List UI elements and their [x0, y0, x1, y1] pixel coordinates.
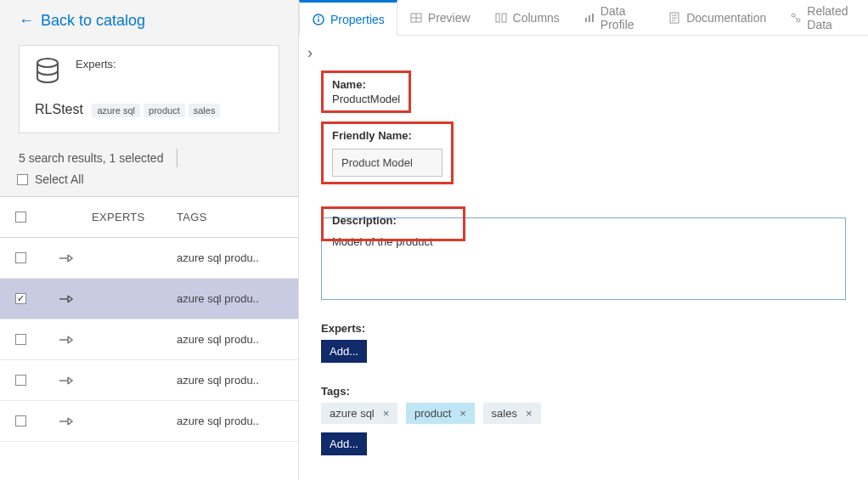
table-header: EXPERTS TAGS: [0, 197, 298, 238]
tag-chip-label: sales: [492, 407, 517, 420]
database-icon: [35, 58, 60, 87]
svg-rect-8: [502, 14, 506, 22]
asset-tag-row: azure sql product sales: [92, 104, 220, 117]
remove-tag-icon[interactable]: ×: [383, 407, 390, 420]
name-label: Name:: [332, 78, 400, 91]
asset-name: RLStest azure sql product sales: [35, 102, 263, 117]
add-experts-button[interactable]: Add...: [321, 340, 367, 363]
tab-label: Preview: [428, 11, 471, 25]
summary-text: 5 search results, 1 selected: [19, 151, 163, 165]
tab-columns[interactable]: Columns: [482, 0, 572, 35]
asset-card: Experts: RLStest azure sql product sales: [19, 45, 279, 133]
table-row[interactable]: azure sql produ..: [0, 360, 298, 401]
row-tags: azure sql produ..: [177, 374, 298, 387]
col-experts[interactable]: EXPERTS: [92, 211, 177, 223]
row-checkbox[interactable]: [15, 375, 26, 386]
tags-label: Tags:: [321, 385, 846, 398]
pin-icon[interactable]: [59, 293, 74, 305]
experts-label: Experts:: [76, 58, 116, 71]
col-tags[interactable]: TAGS: [177, 211, 298, 223]
svg-point-17: [797, 19, 800, 22]
right-panel: Properties Preview Columns Data Profile …: [299, 0, 868, 480]
pin-icon[interactable]: [59, 375, 74, 387]
tab-label: Columns: [513, 11, 560, 25]
description-highlight-box: Description:: [321, 206, 465, 241]
info-icon: [312, 13, 325, 26]
tab-properties[interactable]: Properties: [299, 0, 397, 36]
results-table: EXPERTS TAGS azure sql produ.. azure sql…: [0, 196, 298, 480]
asset-tag[interactable]: azure sql: [92, 104, 140, 117]
svg-line-18: [795, 16, 798, 19]
doc-icon: [668, 11, 681, 25]
svg-point-3: [318, 16, 319, 18]
tab-bar: Properties Preview Columns Data Profile …: [299, 0, 868, 36]
back-arrow-icon: ←: [19, 12, 34, 30]
tab-label: Related Data: [807, 4, 856, 31]
tag-chip[interactable]: product×: [406, 403, 475, 424]
svg-rect-9: [585, 18, 587, 22]
row-tags: azure sql produ..: [177, 292, 298, 305]
expand-chevron[interactable]: ›: [299, 42, 868, 67]
pin-icon[interactable]: [59, 334, 74, 346]
pin-icon[interactable]: [59, 252, 74, 264]
row-checkbox[interactable]: [15, 293, 26, 304]
tab-documentation[interactable]: Documentation: [656, 0, 778, 35]
row-checkbox[interactable]: [15, 334, 26, 345]
svg-rect-2: [318, 19, 318, 22]
svg-rect-10: [589, 15, 590, 22]
name-value: ProductModel: [332, 93, 400, 105]
description-label: Description:: [332, 214, 454, 227]
svg-point-0: [37, 59, 58, 67]
tab-related-data[interactable]: Related Data: [778, 0, 868, 35]
remove-tag-icon[interactable]: ×: [459, 407, 466, 420]
row-tags: azure sql produ..: [177, 333, 298, 346]
asset-name-text: RLStest: [35, 102, 83, 116]
tag-chip-label: product: [414, 407, 451, 420]
tab-label: Data Profile: [600, 4, 644, 31]
experts-label: Experts:: [321, 322, 846, 335]
search-summary: 5 search results, 1 selected: [0, 145, 298, 169]
friendly-name-highlight-box: Friendly Name:: [321, 121, 454, 184]
left-panel: ← Back to catalog Experts: RLStest azure…: [0, 0, 299, 480]
svg-rect-11: [592, 14, 594, 22]
tag-chip[interactable]: sales×: [483, 403, 541, 424]
tab-label: Documentation: [686, 11, 766, 25]
row-tags: azure sql produ..: [177, 415, 298, 427]
remove-tag-icon[interactable]: ×: [526, 407, 533, 420]
table-row[interactable]: azure sql produ..: [0, 401, 298, 442]
pin-icon[interactable]: [59, 415, 74, 427]
row-checkbox[interactable]: [15, 252, 26, 263]
properties-pane: › Name: ProductModel Friendly Name: Desc…: [299, 36, 868, 480]
tag-chip-label: azure sql: [330, 407, 375, 420]
name-highlight-box: Name: ProductModel: [321, 71, 411, 113]
back-to-catalog-link[interactable]: ← Back to catalog: [0, 0, 298, 38]
table-row[interactable]: azure sql produ..: [0, 238, 298, 279]
columns-icon: [494, 11, 508, 25]
divider: [177, 149, 178, 167]
back-label: Back to catalog: [41, 12, 145, 30]
header-checkbox[interactable]: [15, 212, 26, 223]
tab-label: Properties: [330, 13, 385, 26]
table-row[interactable]: azure sql produ..: [0, 279, 298, 319]
select-all-row[interactable]: Select All: [0, 169, 298, 196]
friendly-name-input[interactable]: [332, 149, 442, 177]
svg-rect-7: [496, 14, 499, 22]
related-icon: [790, 11, 802, 25]
tag-chip[interactable]: azure sql×: [321, 403, 397, 424]
row-checkbox[interactable]: [15, 415, 26, 426]
add-tags-button[interactable]: Add...: [321, 432, 367, 455]
bar-chart-icon: [583, 11, 595, 25]
svg-point-16: [792, 14, 795, 17]
tab-preview[interactable]: Preview: [397, 0, 482, 35]
table-row[interactable]: azure sql produ..: [0, 319, 298, 360]
select-all-label: Select All: [35, 172, 84, 186]
select-all-checkbox[interactable]: [17, 174, 28, 185]
preview-icon: [409, 11, 423, 25]
friendly-name-label: Friendly Name:: [332, 129, 442, 142]
row-tags: azure sql produ..: [177, 251, 298, 264]
asset-tag[interactable]: product: [144, 104, 185, 117]
tab-data-profile[interactable]: Data Profile: [572, 0, 656, 35]
asset-tag[interactable]: sales: [189, 104, 221, 117]
